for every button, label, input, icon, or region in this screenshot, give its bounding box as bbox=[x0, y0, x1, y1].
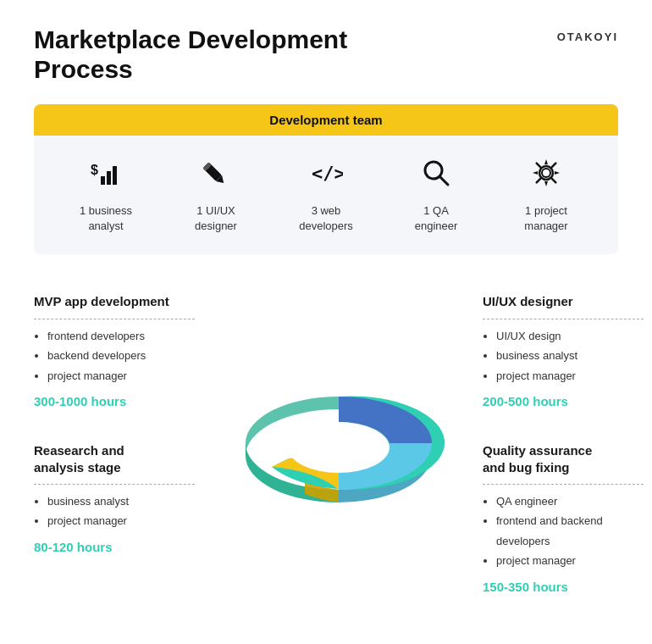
pencil-icon bbox=[199, 156, 233, 195]
donut-chart bbox=[212, 316, 466, 570]
web-developers-label: 3 webdevelopers bbox=[299, 203, 353, 234]
dev-team-section: Development team $ 1 businessanalyst bbox=[34, 104, 618, 254]
qa-hours: 150-350 hours bbox=[483, 580, 644, 594]
project-manager-label: 1 projectmanager bbox=[524, 203, 567, 234]
brand-logo: OTAKOYI bbox=[557, 31, 618, 43]
business-analyst-label: 1 businessanalyst bbox=[80, 203, 132, 234]
mvp-hours: 300-1000 hours bbox=[34, 394, 195, 408]
research-block: Reasearch andanalysis stage business ana… bbox=[34, 417, 203, 602]
qa-title: Quality assuranceand bug fixing bbox=[483, 442, 644, 475]
mvp-title: MVP app development bbox=[34, 293, 195, 310]
page-header: Marketplace Development Process OTAKOYI bbox=[34, 25, 618, 84]
qa-engineer-label: 1 QAengineer bbox=[415, 203, 458, 234]
donut-hole bbox=[288, 422, 390, 473]
team-member-qa-engineer: 1 QAengineer bbox=[394, 156, 478, 234]
uiux-hours: 200-500 hours bbox=[483, 394, 644, 408]
dev-team-header: Development team bbox=[34, 104, 618, 136]
svg-rect-2 bbox=[107, 171, 111, 185]
uiux-designer-label: 1 UI/UXdesigner bbox=[195, 203, 237, 234]
svg-text:$: $ bbox=[91, 163, 98, 177]
uiux-block: UI/UX designer UI/UX design business ana… bbox=[474, 285, 644, 417]
qa-list: QA engineer frontend and backend develop… bbox=[483, 491, 644, 571]
uiux-list: UI/UX design business analyst project ma… bbox=[483, 326, 644, 386]
uiux-title: UI/UX designer bbox=[483, 293, 644, 310]
code-icon: </> bbox=[309, 156, 343, 195]
research-hours: 80-120 hours bbox=[34, 540, 195, 554]
qa-block: Quality assuranceand bug fixing QA engin… bbox=[474, 417, 644, 602]
search-icon bbox=[419, 156, 453, 195]
svg-rect-3 bbox=[113, 166, 117, 185]
gear-icon bbox=[529, 156, 563, 195]
dev-team-members: $ 1 businessanalyst 1 UI/UXdesigner bbox=[34, 136, 618, 254]
team-member-business-analyst: $ 1 businessanalyst bbox=[64, 156, 148, 234]
page-title: Marketplace Development Process bbox=[34, 25, 390, 84]
research-list: business analyst project manager bbox=[34, 491, 195, 531]
mvp-list: frontend developers backend developers p… bbox=[34, 326, 195, 386]
svg-text:</>: </> bbox=[312, 163, 343, 184]
team-member-web-developers: </> 3 webdevelopers bbox=[284, 156, 368, 234]
team-member-uiux-designer: 1 UI/UXdesigner bbox=[174, 156, 258, 234]
research-title: Reasearch andanalysis stage bbox=[34, 442, 195, 475]
chart-dollar-icon: $ bbox=[89, 156, 123, 195]
main-infographic: MVP app development frontend developers … bbox=[34, 285, 618, 602]
svg-rect-1 bbox=[101, 176, 105, 185]
svg-line-9 bbox=[439, 176, 448, 185]
mvp-block: MVP app development frontend developers … bbox=[34, 285, 203, 417]
team-member-project-manager: 1 projectmanager bbox=[504, 156, 588, 234]
donut-chart-area bbox=[203, 285, 474, 602]
svg-point-12 bbox=[543, 169, 550, 176]
